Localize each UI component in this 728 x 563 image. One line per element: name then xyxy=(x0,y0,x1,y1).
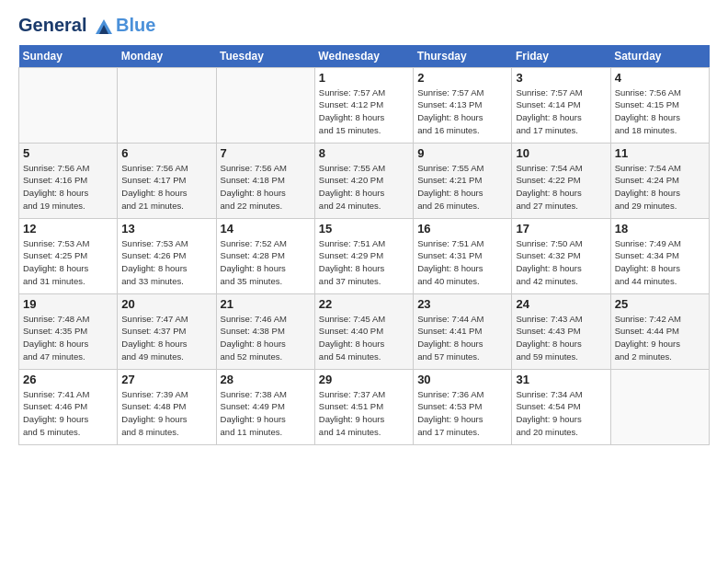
calendar-cell: 27Sunrise: 7:39 AM Sunset: 4:48 PM Dayli… xyxy=(118,369,216,444)
day-number: 18 xyxy=(615,222,705,236)
day-number: 24 xyxy=(516,297,606,311)
calendar-cell: 6Sunrise: 7:56 AM Sunset: 4:17 PM Daylig… xyxy=(118,143,216,218)
day-number: 1 xyxy=(319,71,409,85)
day-number: 19 xyxy=(23,297,113,311)
calendar-cell xyxy=(610,369,709,444)
calendar-table: SundayMondayTuesdayWednesdayThursdayFrid… xyxy=(18,45,710,445)
day-number: 20 xyxy=(121,297,211,311)
day-number: 2 xyxy=(417,71,507,85)
day-number: 22 xyxy=(319,297,409,311)
calendar-cell: 11Sunrise: 7:54 AM Sunset: 4:24 PM Dayli… xyxy=(610,143,709,218)
day-detail: Sunrise: 7:47 AM Sunset: 4:37 PM Dayligh… xyxy=(121,313,211,363)
day-number: 14 xyxy=(221,222,311,236)
day-detail: Sunrise: 7:46 AM Sunset: 4:38 PM Dayligh… xyxy=(221,313,311,363)
day-detail: Sunrise: 7:56 AM Sunset: 4:18 PM Dayligh… xyxy=(221,162,311,213)
day-detail: Sunrise: 7:57 AM Sunset: 4:12 PM Dayligh… xyxy=(319,86,409,137)
day-detail: Sunrise: 7:54 AM Sunset: 4:24 PM Dayligh… xyxy=(615,162,705,213)
day-detail: Sunrise: 7:44 AM Sunset: 4:41 PM Dayligh… xyxy=(417,313,507,363)
day-header-row: SundayMondayTuesdayWednesdayThursdayFrid… xyxy=(19,45,710,68)
calendar-cell: 18Sunrise: 7:49 AM Sunset: 4:34 PM Dayli… xyxy=(610,218,709,293)
day-detail: Sunrise: 7:34 AM Sunset: 4:54 PM Dayligh… xyxy=(516,388,606,439)
calendar-cell: 24Sunrise: 7:43 AM Sunset: 4:43 PM Dayli… xyxy=(512,293,610,369)
calendar-cell: 17Sunrise: 7:50 AM Sunset: 4:32 PM Dayli… xyxy=(512,218,610,293)
day-header-friday: Friday xyxy=(512,45,610,68)
calendar-cell: 23Sunrise: 7:44 AM Sunset: 4:41 PM Dayli… xyxy=(414,293,512,369)
calendar-cell: 28Sunrise: 7:38 AM Sunset: 4:49 PM Dayli… xyxy=(216,369,314,444)
calendar-cell: 14Sunrise: 7:52 AM Sunset: 4:28 PM Dayli… xyxy=(216,218,314,293)
day-number: 27 xyxy=(121,373,211,386)
day-detail: Sunrise: 7:37 AM Sunset: 4:51 PM Dayligh… xyxy=(319,388,409,439)
day-detail: Sunrise: 7:49 AM Sunset: 4:34 PM Dayligh… xyxy=(615,237,705,288)
calendar-cell: 13Sunrise: 7:53 AM Sunset: 4:26 PM Dayli… xyxy=(118,218,216,293)
day-header-wednesday: Wednesday xyxy=(314,45,413,68)
day-detail: Sunrise: 7:38 AM Sunset: 4:49 PM Dayligh… xyxy=(221,388,311,439)
calendar-cell: 2Sunrise: 7:57 AM Sunset: 4:13 PM Daylig… xyxy=(414,67,512,143)
day-number: 8 xyxy=(319,146,409,160)
day-number: 21 xyxy=(221,297,311,311)
calendar-cell: 25Sunrise: 7:42 AM Sunset: 4:44 PM Dayli… xyxy=(610,293,709,369)
calendar-cell: 29Sunrise: 7:37 AM Sunset: 4:51 PM Dayli… xyxy=(314,369,413,444)
day-number: 26 xyxy=(23,373,113,386)
day-detail: Sunrise: 7:53 AM Sunset: 4:26 PM Dayligh… xyxy=(121,237,211,288)
day-number: 9 xyxy=(417,146,507,160)
day-header-tuesday: Tuesday xyxy=(216,45,314,68)
day-number: 30 xyxy=(417,373,507,386)
day-header-monday: Monday xyxy=(118,45,216,68)
day-detail: Sunrise: 7:42 AM Sunset: 4:44 PM Dayligh… xyxy=(615,313,705,363)
calendar-cell: 16Sunrise: 7:51 AM Sunset: 4:31 PM Dayli… xyxy=(414,218,512,293)
week-row-3: 12Sunrise: 7:53 AM Sunset: 4:25 PM Dayli… xyxy=(19,218,710,293)
calendar-cell xyxy=(118,67,216,143)
day-detail: Sunrise: 7:54 AM Sunset: 4:22 PM Dayligh… xyxy=(516,162,606,213)
day-number: 6 xyxy=(121,146,211,160)
day-number: 11 xyxy=(615,146,705,160)
calendar-cell: 21Sunrise: 7:46 AM Sunset: 4:38 PM Dayli… xyxy=(216,293,314,369)
calendar-cell: 10Sunrise: 7:54 AM Sunset: 4:22 PM Dayli… xyxy=(512,143,610,218)
day-number: 28 xyxy=(221,373,311,386)
calendar-cell: 12Sunrise: 7:53 AM Sunset: 4:25 PM Dayli… xyxy=(19,218,118,293)
day-header-thursday: Thursday xyxy=(414,45,512,68)
day-detail: Sunrise: 7:45 AM Sunset: 4:40 PM Dayligh… xyxy=(319,313,409,363)
calendar-cell: 8Sunrise: 7:55 AM Sunset: 4:20 PM Daylig… xyxy=(314,143,413,218)
day-number: 29 xyxy=(319,373,409,386)
calendar-cell: 9Sunrise: 7:55 AM Sunset: 4:21 PM Daylig… xyxy=(414,143,512,218)
day-number: 12 xyxy=(23,222,113,236)
day-detail: Sunrise: 7:52 AM Sunset: 4:28 PM Dayligh… xyxy=(221,237,311,288)
day-detail: Sunrise: 7:56 AM Sunset: 4:16 PM Dayligh… xyxy=(23,162,113,213)
week-row-5: 26Sunrise: 7:41 AM Sunset: 4:46 PM Dayli… xyxy=(19,369,710,444)
day-number: 15 xyxy=(319,222,409,236)
day-header-sunday: Sunday xyxy=(19,45,118,68)
day-detail: Sunrise: 7:41 AM Sunset: 4:46 PM Dayligh… xyxy=(23,388,113,439)
day-detail: Sunrise: 7:56 AM Sunset: 4:17 PM Dayligh… xyxy=(121,162,211,213)
day-number: 17 xyxy=(516,222,606,236)
day-detail: Sunrise: 7:53 AM Sunset: 4:25 PM Dayligh… xyxy=(23,237,113,288)
calendar-cell: 1Sunrise: 7:57 AM Sunset: 4:12 PM Daylig… xyxy=(314,67,413,143)
calendar-cell: 4Sunrise: 7:56 AM Sunset: 4:15 PM Daylig… xyxy=(610,67,709,143)
day-number: 3 xyxy=(516,71,606,85)
week-row-4: 19Sunrise: 7:48 AM Sunset: 4:35 PM Dayli… xyxy=(19,293,710,369)
calendar-cell: 3Sunrise: 7:57 AM Sunset: 4:14 PM Daylig… xyxy=(512,67,610,143)
logo: General Blue xyxy=(18,15,155,36)
day-detail: Sunrise: 7:43 AM Sunset: 4:43 PM Dayligh… xyxy=(516,313,606,363)
calendar-cell: 22Sunrise: 7:45 AM Sunset: 4:40 PM Dayli… xyxy=(314,293,413,369)
logo-icon xyxy=(94,17,114,36)
day-detail: Sunrise: 7:48 AM Sunset: 4:35 PM Dayligh… xyxy=(23,313,113,363)
day-detail: Sunrise: 7:56 AM Sunset: 4:15 PM Dayligh… xyxy=(615,86,705,137)
calendar-cell: 26Sunrise: 7:41 AM Sunset: 4:46 PM Dayli… xyxy=(19,369,118,444)
day-detail: Sunrise: 7:57 AM Sunset: 4:14 PM Dayligh… xyxy=(516,86,606,137)
calendar-cell: 20Sunrise: 7:47 AM Sunset: 4:37 PM Dayli… xyxy=(118,293,216,369)
calendar-cell: 15Sunrise: 7:51 AM Sunset: 4:29 PM Dayli… xyxy=(314,218,413,293)
day-number: 10 xyxy=(516,146,606,160)
day-number: 16 xyxy=(417,222,507,236)
day-number: 7 xyxy=(221,146,311,160)
calendar-cell: 31Sunrise: 7:34 AM Sunset: 4:54 PM Dayli… xyxy=(512,369,610,444)
page-container: General Blue SundayMondayTuesdayWednesda… xyxy=(0,0,728,454)
day-detail: Sunrise: 7:55 AM Sunset: 4:20 PM Dayligh… xyxy=(319,162,409,213)
calendar-cell xyxy=(19,67,118,143)
day-detail: Sunrise: 7:39 AM Sunset: 4:48 PM Dayligh… xyxy=(121,388,211,439)
day-detail: Sunrise: 7:51 AM Sunset: 4:31 PM Dayligh… xyxy=(417,237,507,288)
calendar-cell: 19Sunrise: 7:48 AM Sunset: 4:35 PM Dayli… xyxy=(19,293,118,369)
calendar-cell: 30Sunrise: 7:36 AM Sunset: 4:53 PM Dayli… xyxy=(414,369,512,444)
day-detail: Sunrise: 7:57 AM Sunset: 4:13 PM Dayligh… xyxy=(417,86,507,137)
day-detail: Sunrise: 7:36 AM Sunset: 4:53 PM Dayligh… xyxy=(417,388,507,439)
day-number: 4 xyxy=(615,71,705,85)
